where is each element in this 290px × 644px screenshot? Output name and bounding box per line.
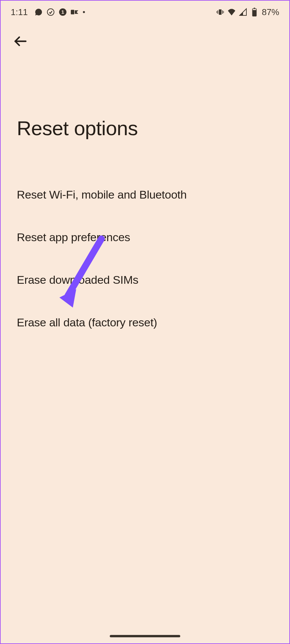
vibrate-icon (216, 8, 224, 16)
cloud-icon (47, 8, 55, 16)
wifi-icon (228, 8, 236, 16)
battery-icon (250, 8, 258, 16)
reset-app-preferences-option[interactable]: Reset app preferences (17, 216, 289, 259)
back-arrow-icon (13, 34, 28, 48)
chat-icon (35, 8, 43, 16)
more-notifications-dot-icon (83, 11, 85, 13)
erase-all-data-factory-reset-option[interactable]: Erase all data (factory reset) (17, 301, 289, 344)
status-bar: 1:11 1 87% (1, 1, 289, 21)
svg-rect-8 (223, 11, 224, 13)
svg-rect-6 (222, 10, 223, 14)
svg-text:1: 1 (61, 9, 64, 15)
status-time: 1:11 (11, 7, 28, 17)
svg-rect-7 (216, 11, 217, 13)
outlook-icon (71, 8, 79, 16)
page-title: Reset options (1, 50, 289, 140)
svg-point-0 (47, 9, 54, 15)
notification-badge-icon: 1 (59, 8, 67, 16)
erase-downloaded-sims-option[interactable]: Erase downloaded SIMs (17, 259, 289, 301)
options-list: Reset Wi-Fi, mobile and Bluetooth Reset … (1, 140, 289, 344)
battery-percent: 87% (262, 7, 279, 17)
reset-wifi-mobile-bluetooth-option[interactable]: Reset Wi-Fi, mobile and Bluetooth (17, 173, 289, 216)
svg-rect-3 (71, 10, 74, 14)
svg-rect-11 (253, 9, 256, 10)
status-right: 87% (216, 7, 279, 17)
status-left: 1:11 1 (11, 7, 85, 17)
svg-rect-4 (219, 9, 222, 15)
svg-rect-9 (254, 8, 255, 8)
back-button[interactable] (1, 21, 289, 50)
signal-icon (239, 8, 247, 16)
navigation-handle[interactable] (110, 635, 180, 637)
svg-rect-5 (218, 10, 218, 14)
